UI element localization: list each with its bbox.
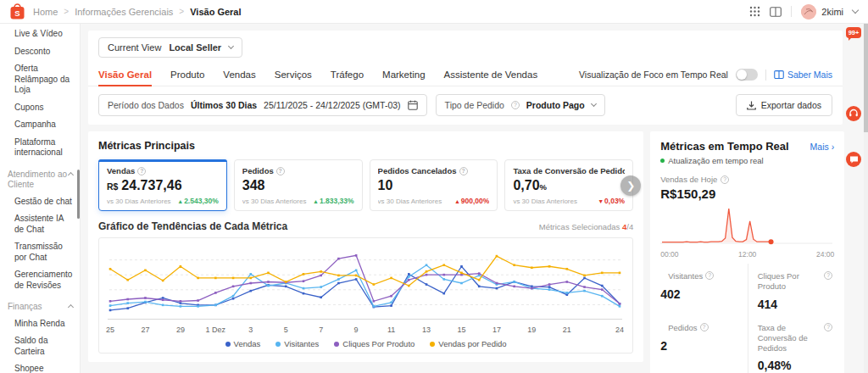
breadcrumb: Home>Informações Gerenciais>Visão Geral: [33, 7, 242, 17]
chevron-down-icon: [228, 43, 234, 49]
period-filter[interactable]: Período dos Dados Últimos 30 Dias 25/11/…: [98, 94, 427, 116]
sidebar-section-title[interactable]: Atendimento ao Cliente: [0, 162, 80, 193]
tabs: Visão GeralProdutoVendasServiçosTráfegoM…: [98, 64, 556, 86]
x-tick-label: 1 Dez: [206, 326, 226, 334]
learn-more-link[interactable]: Saber Mais: [774, 70, 832, 80]
sidebar-item[interactable]: Minha Renda: [0, 315, 80, 333]
sidebar-item[interactable]: Gestão de chat: [0, 193, 80, 211]
sidebar-item[interactable]: Oferta Relâmpago da Loja: [0, 60, 80, 99]
chevron-down-icon: [591, 101, 597, 107]
x-tick-label: 15: [457, 326, 465, 334]
metric-card-compare: vs 30 Dias Anteriores▲900,00%: [378, 197, 490, 205]
tabs-bar: Visão GeralProdutoVendasServiçosTráfegoM…: [88, 64, 843, 86]
metric-card-compare: vs 30 Dias Anteriores▼0,03%: [513, 197, 625, 205]
x-tick-label: 3: [248, 326, 253, 334]
tab-marketing[interactable]: Marketing: [382, 64, 426, 86]
cards-next-button[interactable]: ❯: [620, 175, 641, 196]
realtime-more-link[interactable]: Mais ›: [810, 142, 835, 152]
chevron-down-icon[interactable]: [852, 7, 859, 14]
help-icon: ?: [824, 271, 832, 280]
order-type-value: Produto Pago: [526, 100, 585, 110]
realtime-metric-value: 0,48%: [758, 359, 833, 372]
sidebar-item[interactable]: Assistente IA de Chat: [0, 210, 80, 238]
metric-card-label: Pedidos Cancelados?: [378, 166, 490, 175]
metric-card[interactable]: Pedidos?348vs 30 Dias Anteriores▲1.833,3…: [234, 159, 363, 211]
sidebar-item[interactable]: Transmissão por Chat: [0, 238, 80, 266]
spark-tick: 00:00: [660, 250, 678, 259]
metric-card-delta: ▲900,00%: [454, 197, 490, 205]
tab-visão-geral[interactable]: Visão Geral: [98, 64, 152, 86]
sidebar-item[interactable]: Gerenciamento de Revisões: [0, 266, 80, 294]
sidebar-item[interactable]: Plataforma internacional: [0, 134, 80, 162]
export-button[interactable]: Exportar dados: [736, 94, 832, 116]
svg-text:S: S: [14, 8, 19, 18]
metric-card[interactable]: Taxa de Conversão de Pedidos?0,70%vs 30 …: [504, 159, 633, 211]
page-scrollbar[interactable]: [864, 24, 868, 373]
main-content: Current View Local Seller Visão GeralPro…: [81, 24, 848, 373]
help-icon: ?: [721, 175, 729, 184]
chat-bubble-icon[interactable]: [846, 152, 861, 167]
help-icon: ?: [459, 167, 468, 175]
username[interactable]: 2kimi: [821, 7, 843, 17]
realtime-metric-cell: Pedidos?2: [660, 315, 748, 373]
realtime-focus-toggle[interactable]: [736, 69, 758, 81]
realtime-metric-label: Visitantes?: [660, 271, 746, 281]
metric-cards: Vendas?R$ 24.737,46vs 30 Dias Anteriores…: [98, 159, 633, 211]
sidebar-nav: Live & VídeoDescontoOferta Relâmpago da …: [0, 24, 81, 373]
realtime-metric-value: 2: [660, 339, 746, 353]
divider: [791, 6, 792, 17]
focus-toggle-label: Visualização de Foco em Tempo Real: [579, 70, 728, 80]
metric-card-value: R$ 24.737,46: [107, 178, 219, 193]
realtime-sparkline: [660, 203, 832, 247]
trend-chart-title: Gráfico de Tendências de Cada Métrica: [98, 220, 287, 232]
shopee-logo-icon[interactable]: S: [10, 3, 25, 19]
apps-grid-icon[interactable]: [749, 6, 760, 17]
period-range: 25/11/2025 - 24/12/2025 (GMT-03): [264, 100, 401, 110]
tab-vendas[interactable]: Vendas: [223, 64, 255, 86]
help-icon: ?: [511, 101, 520, 109]
legend-item[interactable]: Vendas por Pedido: [430, 339, 506, 348]
metric-card-delta: ▲1.833,33%: [313, 197, 354, 205]
sidebar-item[interactable]: Live & Vídeo: [0, 25, 80, 43]
sidebar-scrollbar[interactable]: [77, 170, 80, 219]
x-tick-label: 27: [141, 326, 149, 334]
guide-book-icon[interactable]: [770, 7, 782, 17]
current-view-selector[interactable]: Current View Local Seller: [98, 37, 242, 58]
x-tick-label: 9: [354, 326, 359, 334]
realtime-panel: Métricas em Tempo Real Mais › Atualizaçã…: [650, 131, 844, 373]
sidebar-item[interactable]: Campanha: [0, 116, 80, 134]
notifications-icon[interactable]: 99+: [846, 27, 862, 38]
x-tick-label: 13: [422, 326, 431, 334]
realtime-title: Métricas em Tempo Real: [660, 140, 788, 153]
x-tick-label: 19: [527, 326, 536, 334]
trend-chart: 2527291 Dez357911131517192124 VendasVisi…: [98, 237, 633, 354]
metric-card-compare: vs 30 Dias Anteriores▲1.833,33%: [242, 197, 354, 205]
order-type-filter[interactable]: Tipo de Pedido ? Produto Pago: [436, 94, 605, 116]
sidebar-item[interactable]: Saldo da Carteira: [0, 332, 80, 360]
trend-legend: VendasVisitantesCliques Por ProdutoVenda…: [108, 337, 624, 351]
tab-assistente-de-vendas[interactable]: Assistente de Vendas: [444, 64, 538, 86]
breadcrumb-separator: >: [179, 7, 184, 16]
tab-tráfego[interactable]: Tráfego: [331, 64, 364, 86]
realtime-update-label: Atualização em tempo real: [668, 156, 763, 165]
breadcrumb-item[interactable]: Home: [33, 7, 58, 17]
tab-produto[interactable]: Produto: [170, 64, 204, 86]
sidebar-item[interactable]: Cupons: [0, 99, 80, 117]
support-headset-icon[interactable]: [846, 106, 861, 121]
sidebar-section-title[interactable]: Finanças: [0, 294, 80, 315]
book-icon: [774, 70, 784, 79]
breadcrumb-item[interactable]: Informações Gerenciais: [75, 7, 173, 17]
legend-item[interactable]: Vendas: [225, 339, 261, 348]
tab-serviços[interactable]: Serviços: [275, 64, 312, 86]
metric-card[interactable]: Pedidos Cancelados?10vs 30 Dias Anterior…: [370, 159, 498, 211]
metric-card[interactable]: Vendas?R$ 24.737,46vs 30 Dias Anteriores…: [98, 159, 227, 211]
metric-card-value: 0,70%: [513, 178, 625, 193]
legend-item[interactable]: Cliques Por Produto: [334, 339, 415, 348]
sidebar-item[interactable]: Desconto: [0, 43, 80, 61]
help-icon: ?: [705, 271, 714, 280]
help-icon: ?: [824, 323, 832, 331]
avatar[interactable]: [801, 4, 816, 19]
x-tick-label: 29: [176, 326, 185, 334]
sidebar-item[interactable]: Shopee Acelera: [0, 360, 80, 373]
legend-item[interactable]: Visitantes: [275, 339, 319, 348]
